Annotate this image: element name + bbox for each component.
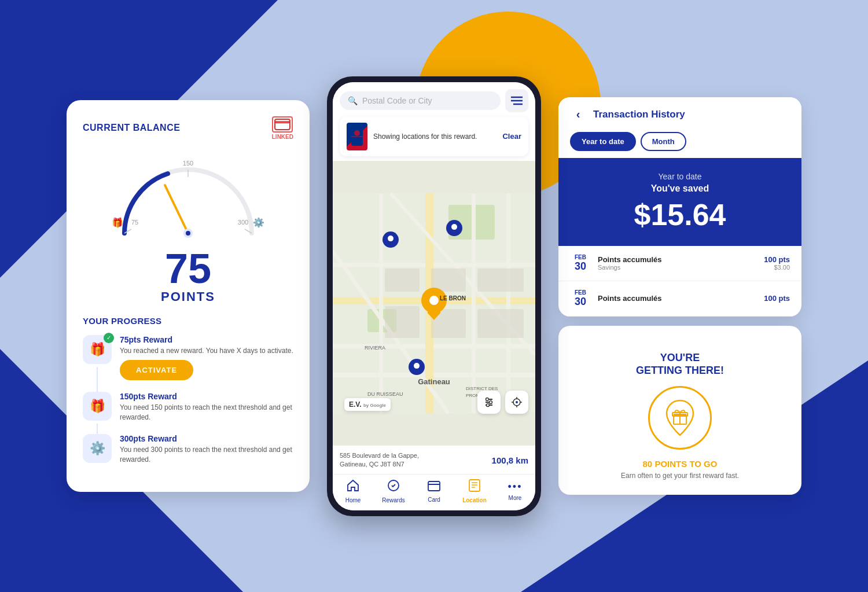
nav-home[interactable]: Home	[336, 479, 370, 503]
progress-title-300: 300pts Reward	[120, 434, 293, 443]
location-button[interactable]	[505, 391, 528, 414]
svg-point-56	[490, 400, 492, 403]
gift-icon-75: 🎁	[90, 342, 105, 357]
rewards-icon	[387, 479, 400, 495]
phone-screen: 🔍 Postal Code or City	[333, 82, 535, 510]
reward-banner-text: Showing locations for this reward.	[373, 133, 477, 141]
svg-rect-35	[477, 269, 524, 292]
main-layout: CURRENT BALANCE LINKED	[0, 0, 868, 592]
savings-label: You've saved	[570, 183, 790, 194]
progress-section-title: YOUR PROGRESS	[83, 316, 293, 326]
more-icon: •••	[508, 481, 523, 493]
balance-header: CURRENT BALANCE LINKED	[83, 116, 293, 140]
map-controls	[477, 391, 528, 414]
svg-text:150: 150	[183, 160, 193, 167]
progress-item-300: ⚙️ 300pts Reward You need 300 points to …	[83, 434, 293, 465]
progress-item-75: 🎁 ✓ 75pts Reward You reached a new rewar…	[83, 335, 293, 381]
svg-point-17	[354, 130, 360, 136]
activate-button[interactable]: ACTIVATE	[120, 360, 193, 380]
transaction-row-2: FEB 30 Points accumulés 100 pts	[558, 281, 801, 317]
points-value: 75	[83, 248, 293, 289]
trans-month-1: FEB	[570, 254, 591, 260]
nav-more-label: More	[509, 495, 522, 501]
linked-card-icon	[272, 116, 293, 133]
gauge-svg: 75 150 300 🎁 ⚙️	[107, 149, 269, 242]
bottom-nav: Home Rewards	[333, 474, 535, 510]
ev-text: E.V.	[349, 400, 362, 409]
progress-item-150: 🎁 150pts Reward You need 150 points to r…	[83, 392, 293, 422]
search-input-wrap[interactable]: 🔍 Postal Code or City	[340, 91, 501, 110]
trans-info-2: Points accumulés	[598, 294, 757, 303]
tab-month[interactable]: Month	[641, 132, 686, 151]
location-address: 585 Boulevard de la Gappe, Gatineau, QC …	[340, 451, 419, 469]
nav-rewards[interactable]: Rewards	[376, 479, 411, 503]
linked-text: LINKED	[272, 134, 293, 140]
savings-amount: $15.64	[570, 197, 790, 232]
svg-text:RIVIERA: RIVIERA	[365, 345, 385, 351]
progress-icon-300: ⚙️	[83, 434, 112, 463]
by-google-text: by Google	[363, 403, 386, 408]
address-text: 585 Boulevard de la Gappe, Gatineau, QC …	[340, 452, 419, 468]
search-icon: 🔍	[348, 96, 358, 105]
svg-rect-31	[385, 269, 420, 292]
points-label: POINTS	[83, 289, 293, 304]
svg-rect-36	[477, 309, 524, 338]
gear-icon-300: ⚙️	[90, 441, 105, 456]
progress-content-75: 75pts Reward You reached a new reward. Y…	[120, 335, 293, 381]
trans-day-2: 30	[570, 296, 591, 308]
nav-card-label: Card	[428, 497, 440, 503]
trans-amounts-2: 100 pts	[764, 294, 790, 303]
home-icon	[347, 479, 359, 495]
svg-rect-26	[379, 193, 383, 413]
reward-banner-left: Showing locations for this reward.	[347, 123, 477, 150]
transaction-card: ‹ Transaction History Year to date Month…	[558, 97, 801, 317]
tab-year-to-date[interactable]: Year to date	[570, 132, 636, 151]
getting-there-title: YOU'RE GETTING THERE!	[572, 340, 788, 377]
right-panel: ‹ Transaction History Year to date Month…	[558, 97, 801, 495]
search-bar: 🔍 Postal Code or City	[333, 82, 535, 117]
gift-location-svg	[660, 398, 700, 438]
filter-button[interactable]	[477, 391, 501, 414]
progress-content-300: 300pts Reward You need 300 points to rea…	[120, 434, 293, 465]
trans-day-1: 30	[570, 260, 591, 273]
progress-title-150: 150pts Reward	[120, 392, 293, 401]
svg-point-57	[487, 403, 490, 406]
transaction-row-1: FEB 30 Points accumulés Savings 100 pts …	[558, 246, 801, 281]
svg-rect-65	[428, 481, 440, 491]
svg-rect-0	[275, 119, 290, 130]
getting-there-card: YOU'RE GETTING THERE!	[558, 326, 801, 495]
trans-name-2: Points accumulés	[598, 294, 757, 303]
progress-desc-300: You need 300 points to reach the next th…	[120, 445, 293, 465]
linked-badge: LINKED	[272, 116, 293, 140]
svg-rect-22	[333, 263, 535, 267]
nav-more[interactable]: ••• More	[498, 481, 532, 501]
nav-rewards-label: Rewards	[382, 497, 404, 503]
clear-button[interactable]: Clear	[502, 132, 521, 141]
svg-text:⚙️: ⚙️	[253, 217, 264, 228]
trans-savings-1: $3.00	[764, 264, 790, 271]
progress-desc-75: You reached a new reward. You have X day…	[120, 346, 293, 356]
trans-name-1: Points accumulés	[598, 255, 757, 264]
map-area[interactable]: Gatineau DU RUISSEAU DISTRICT DES PROMEN…	[333, 161, 535, 446]
back-button[interactable]: ‹	[570, 106, 586, 123]
menu-button[interactable]	[505, 89, 528, 112]
svg-rect-28	[506, 193, 510, 413]
gift-icon-150: 🎁	[90, 399, 105, 414]
svg-text:Gatineau: Gatineau	[418, 377, 450, 386]
search-input[interactable]: Postal Code or City	[362, 96, 432, 105]
svg-point-48	[429, 296, 439, 305]
check-icon-75: ✓	[104, 333, 114, 343]
location-info: 585 Boulevard de la Gappe, Gatineau, QC …	[333, 446, 535, 474]
svg-point-12	[186, 231, 190, 236]
nav-card[interactable]: Card	[417, 480, 451, 503]
reward-banner: Showing locations for this reward. Clear	[340, 117, 528, 156]
location-nav-icon	[469, 479, 480, 495]
earn-description: Earn often to get your first reward fast…	[572, 471, 788, 481]
svg-rect-27	[472, 193, 476, 413]
location-distance: 100,8 km	[492, 455, 528, 465]
transaction-title: Transaction History	[593, 109, 685, 120]
progress-icon-75: 🎁 ✓	[83, 335, 112, 364]
back-icon: ‹	[576, 108, 580, 121]
svg-point-59	[516, 401, 518, 403]
nav-location[interactable]: Location	[457, 479, 492, 503]
